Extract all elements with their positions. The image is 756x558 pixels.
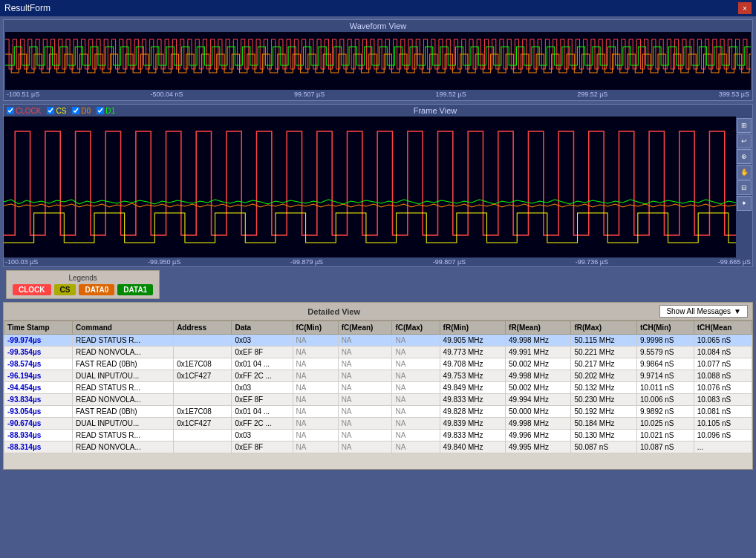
- waveform-canvas: 2.5575V -312.51: [5, 32, 751, 90]
- table-cell: 50.115 MHz: [571, 335, 636, 347]
- table-cell: NA: [293, 418, 338, 430]
- col-fc-mean[interactable]: fC(Mean): [338, 321, 392, 335]
- col-address[interactable]: Address: [174, 321, 232, 335]
- table-cell: 50.202 MHz: [571, 370, 636, 382]
- col-timestamp[interactable]: Time Stamp: [4, 321, 73, 335]
- table-row[interactable]: -99.354µsREAD NONVOLA...0xEF 8FNANANA49.…: [4, 347, 752, 358]
- col-fc-max[interactable]: fC(Max): [392, 321, 440, 335]
- table-row[interactable]: -98.574µsFAST READ (0Bh)0x1E7C080x01 04 …: [4, 358, 752, 370]
- table-cell: 9.9864 nS: [636, 358, 694, 370]
- title-bar: ResultForm ×: [0, 0, 756, 16]
- zoom-fit-button[interactable]: ⊞: [737, 118, 752, 133]
- table-cell: [174, 347, 232, 358]
- table-row[interactable]: -93.834µsREAD NONVOLA...0xEF 8FNANANA49.…: [4, 394, 752, 406]
- col-tch-min[interactable]: tCH(Min): [636, 321, 694, 335]
- table-cell: NA: [338, 335, 392, 347]
- col-data[interactable]: Data: [232, 321, 293, 335]
- table-cell: [174, 335, 232, 347]
- undo-button[interactable]: ↩: [737, 134, 752, 148]
- table-container[interactable]: Time Stamp Command Address Data fC(Min) …: [4, 321, 752, 469]
- table-cell: NA: [392, 430, 440, 442]
- pan-button[interactable]: ✋: [737, 165, 752, 180]
- clock-channel-label[interactable]: CLOCK: [7, 107, 41, 115]
- table-cell: 49.840 MHz: [440, 442, 505, 453]
- table-cell: 49.708 MHz: [440, 358, 505, 370]
- svg-rect-1: [4, 116, 736, 257]
- table-cell: 50.230 MHz: [571, 394, 636, 406]
- table-row[interactable]: -90.674µsDUAL INPUT/OU...0x1CF4270xFF 2C…: [4, 418, 752, 430]
- table-cell: 49.833 MHz: [440, 430, 505, 442]
- col-fr-max[interactable]: fR(Max): [571, 321, 636, 335]
- table-cell: 0x1E7C08: [174, 406, 232, 418]
- table-cell: NA: [293, 406, 338, 418]
- table-row[interactable]: -93.054µsFAST READ (0Bh)0x1E7C080x01 04 …: [4, 406, 752, 418]
- table-cell: NA: [293, 430, 338, 442]
- table-cell: DUAL INPUT/OU...: [73, 418, 174, 430]
- table-cell: -99.354µs: [4, 347, 73, 358]
- table-cell: -93.054µs: [4, 406, 73, 418]
- table-cell: 50.002 MHz: [506, 382, 571, 394]
- table-cell: NA: [338, 382, 392, 394]
- d1-label: D1: [105, 107, 115, 115]
- legends-panel: Legends CLOCK CS DATA0 DATA1: [6, 270, 160, 299]
- close-button[interactable]: ×: [738, 2, 752, 14]
- table-cell: -90.674µs: [4, 418, 73, 430]
- table-cell: 0x03: [232, 430, 293, 442]
- col-command[interactable]: Command: [73, 321, 174, 335]
- table-row[interactable]: -96.194µsDUAL INPUT/OU...0x1CF4270xFF 2C…: [4, 370, 752, 382]
- table-row[interactable]: -88.934µsREAD STATUS R...0x03NANANA49.83…: [4, 430, 752, 442]
- table-cell: 49.991 MHz: [506, 347, 571, 358]
- table-cell: 0x01 04 ...: [232, 406, 293, 418]
- zoom-out-button[interactable]: ⊟: [737, 180, 752, 195]
- table-cell: READ NONVOLA...: [73, 347, 174, 358]
- table-cell: READ STATUS R...: [73, 430, 174, 442]
- table-cell: NA: [392, 394, 440, 406]
- table-row[interactable]: -88.314µsREAD NONVOLA...0xEF 8FNANANA49.…: [4, 442, 752, 453]
- d1-channel-label[interactable]: D1: [97, 107, 115, 115]
- table-cell: 50.000 MHz: [506, 406, 571, 418]
- table-cell: NA: [293, 442, 338, 453]
- table-cell: 49.996 MHz: [506, 430, 571, 442]
- d1-checkbox[interactable]: [97, 107, 104, 114]
- waveform-svg: [5, 32, 751, 90]
- col-fr-min[interactable]: fR(Min): [440, 321, 505, 335]
- table-cell: 0xEF 8F: [232, 347, 293, 358]
- show-all-button[interactable]: Show All Messages ▼: [659, 305, 748, 318]
- col-tch-mean[interactable]: tCH(Mean: [694, 321, 752, 335]
- waveform-title: Waveform View: [5, 22, 751, 30]
- cs-channel-label[interactable]: CS: [47, 107, 66, 115]
- table-row[interactable]: -94.454µsREAD STATUS R...0x03NANANA49.84…: [4, 382, 752, 394]
- d0-checkbox[interactable]: [72, 107, 79, 114]
- table-cell: NA: [293, 358, 338, 370]
- col-fc-min[interactable]: fC(Min): [293, 321, 338, 335]
- main-content: Waveform View 2.5575V -312.51: [0, 16, 756, 558]
- col-fr-mean[interactable]: fR(Mean): [506, 321, 571, 335]
- table-cell: 50.132 MHz: [571, 382, 636, 394]
- dropdown-arrow-icon: ▼: [734, 307, 741, 315]
- table-cell: 49.849 MHz: [440, 382, 505, 394]
- table-cell: NA: [392, 335, 440, 347]
- clock-checkbox[interactable]: [7, 107, 14, 114]
- table-cell: [174, 442, 232, 453]
- table-cell: -93.834µs: [4, 394, 73, 406]
- table-cell: READ STATUS R...: [73, 335, 174, 347]
- table-cell: 10.087 nS: [636, 442, 694, 453]
- table-cell: 10.088 nS: [694, 370, 752, 382]
- zoom-in-button[interactable]: ⊕: [737, 149, 752, 164]
- table-cell: NA: [338, 442, 392, 453]
- table-row[interactable]: -99.974µsREAD STATUS R...0x03NANANA49.90…: [4, 335, 752, 347]
- table-cell: 0x1CF427: [174, 370, 232, 382]
- table-cell: -88.314µs: [4, 442, 73, 453]
- table-cell: 9.9714 nS: [636, 370, 694, 382]
- d0-channel-label[interactable]: D0: [72, 107, 91, 115]
- table-cell: 10.084 nS: [694, 347, 752, 358]
- table-cell: READ NONVOLA...: [73, 442, 174, 453]
- waveform-view: Waveform View 2.5575V -312.51: [3, 19, 753, 101]
- table-cell: 50.221 MHz: [571, 347, 636, 358]
- table-cell: 49.773 MHz: [440, 347, 505, 358]
- cs-checkbox[interactable]: [47, 107, 54, 114]
- settings-button[interactable]: ✦: [737, 196, 752, 211]
- table-cell: [174, 394, 232, 406]
- table-cell: 49.998 MHz: [506, 335, 571, 347]
- table-cell: READ STATUS R...: [73, 382, 174, 394]
